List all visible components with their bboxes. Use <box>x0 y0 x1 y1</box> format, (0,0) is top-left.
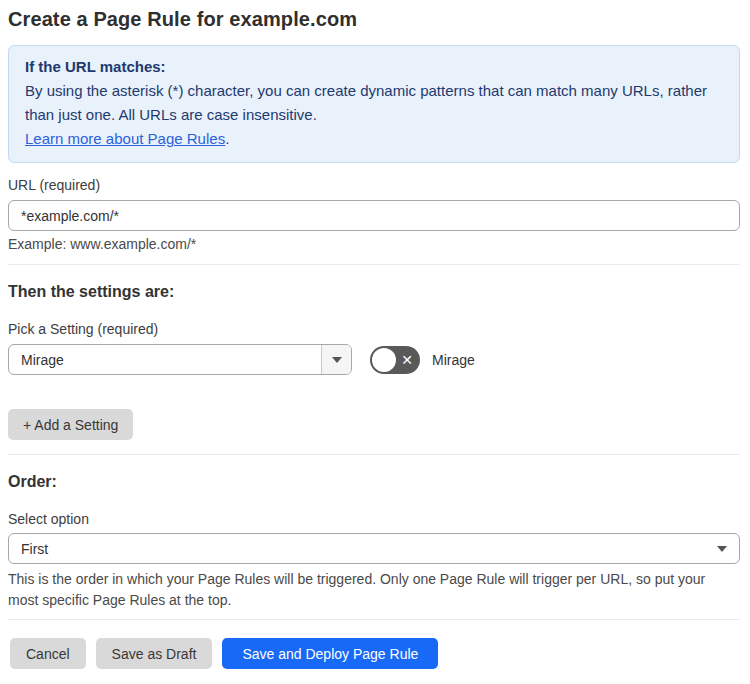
cancel-button[interactable]: Cancel <box>10 638 86 669</box>
link-suffix: . <box>225 130 229 147</box>
learn-more-link[interactable]: Learn more about Page Rules <box>25 130 225 147</box>
setting-select-arrow-button[interactable] <box>321 345 351 374</box>
toggle-knob <box>372 348 396 372</box>
settings-section-heading: Then the settings are: <box>8 283 740 301</box>
info-box-heading: If the URL matches: <box>25 55 723 79</box>
footer-actions: Cancel Save as Draft Save and Deploy Pag… <box>10 638 740 669</box>
setting-select[interactable]: Mirage <box>8 344 352 375</box>
chevron-down-icon <box>717 546 727 552</box>
section-divider <box>8 454 740 455</box>
toggle-label: Mirage <box>432 352 475 368</box>
pick-setting-label: Pick a Setting (required) <box>8 321 740 337</box>
save-and-deploy-button[interactable]: Save and Deploy Page Rule <box>222 638 438 669</box>
order-section-heading: Order: <box>8 473 740 491</box>
footer-divider <box>8 619 740 620</box>
url-input[interactable] <box>8 200 740 231</box>
create-page-rule-form: Create a Page Rule for example.com If th… <box>0 0 750 669</box>
setting-row: Mirage ✕ Mirage <box>8 344 740 375</box>
chevron-down-icon <box>332 357 342 363</box>
order-select[interactable]: First <box>8 533 740 564</box>
info-box-body: By using the asterisk (*) character, you… <box>25 79 723 127</box>
order-select-value: First <box>21 541 717 557</box>
order-helper-text: This is the order in which your Page Rul… <box>8 569 728 611</box>
url-example-helper: Example: www.example.com/* <box>8 236 740 252</box>
page-title: Create a Page Rule for example.com <box>8 8 740 31</box>
add-setting-button[interactable]: + Add a Setting <box>8 409 133 440</box>
save-as-draft-button[interactable]: Save as Draft <box>96 638 213 669</box>
setting-select-value: Mirage <box>9 345 321 374</box>
url-field-label: URL (required) <box>8 177 740 193</box>
info-box-link-line: Learn more about Page Rules. <box>25 127 723 151</box>
url-match-info-box: If the URL matches: By using the asteris… <box>8 45 740 163</box>
section-divider <box>8 264 740 265</box>
toggle-off-x-icon: ✕ <box>401 352 413 366</box>
select-option-label: Select option <box>8 511 740 527</box>
mirage-toggle[interactable]: ✕ <box>370 346 420 374</box>
